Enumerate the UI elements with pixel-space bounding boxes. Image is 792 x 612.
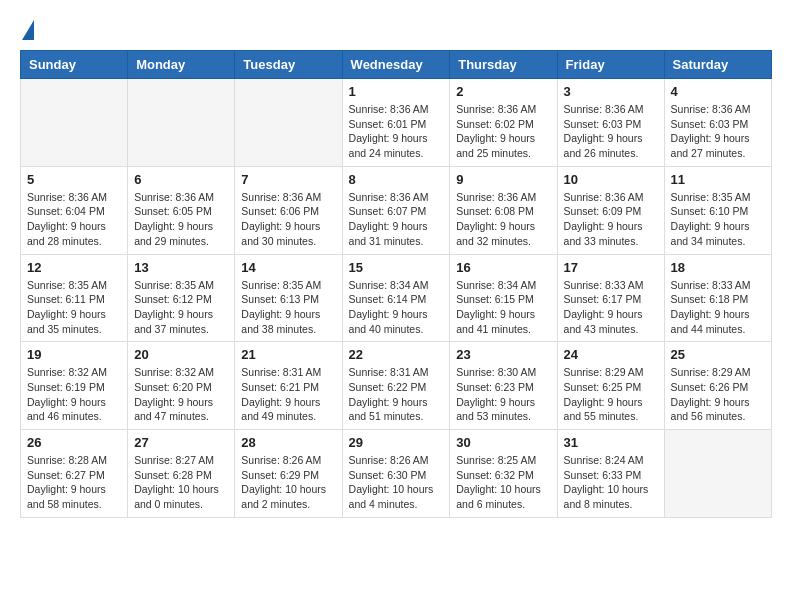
day-info: Sunrise: 8:30 AMSunset: 6:23 PMDaylight:… bbox=[456, 365, 550, 424]
day-info: Sunrise: 8:32 AMSunset: 6:19 PMDaylight:… bbox=[27, 365, 121, 424]
calendar-week-row: 5Sunrise: 8:36 AMSunset: 6:04 PMDaylight… bbox=[21, 166, 772, 254]
logo-triangle-icon bbox=[22, 20, 34, 40]
calendar-cell: 9Sunrise: 8:36 AMSunset: 6:08 PMDaylight… bbox=[450, 166, 557, 254]
day-info: Sunrise: 8:34 AMSunset: 6:15 PMDaylight:… bbox=[456, 278, 550, 337]
day-info: Sunrise: 8:35 AMSunset: 6:12 PMDaylight:… bbox=[134, 278, 228, 337]
calendar-cell bbox=[664, 430, 771, 518]
calendar-cell: 24Sunrise: 8:29 AMSunset: 6:25 PMDayligh… bbox=[557, 342, 664, 430]
calendar-cell: 6Sunrise: 8:36 AMSunset: 6:05 PMDaylight… bbox=[128, 166, 235, 254]
day-number: 10 bbox=[564, 172, 658, 187]
weekday-header-sunday: Sunday bbox=[21, 51, 128, 79]
calendar-cell: 17Sunrise: 8:33 AMSunset: 6:17 PMDayligh… bbox=[557, 254, 664, 342]
calendar-cell: 23Sunrise: 8:30 AMSunset: 6:23 PMDayligh… bbox=[450, 342, 557, 430]
day-number: 7 bbox=[241, 172, 335, 187]
day-info: Sunrise: 8:29 AMSunset: 6:25 PMDaylight:… bbox=[564, 365, 658, 424]
day-info: Sunrise: 8:28 AMSunset: 6:27 PMDaylight:… bbox=[27, 453, 121, 512]
weekday-header-monday: Monday bbox=[128, 51, 235, 79]
calendar-week-row: 26Sunrise: 8:28 AMSunset: 6:27 PMDayligh… bbox=[21, 430, 772, 518]
day-number: 31 bbox=[564, 435, 658, 450]
calendar-cell: 28Sunrise: 8:26 AMSunset: 6:29 PMDayligh… bbox=[235, 430, 342, 518]
calendar-cell: 29Sunrise: 8:26 AMSunset: 6:30 PMDayligh… bbox=[342, 430, 450, 518]
calendar-cell: 31Sunrise: 8:24 AMSunset: 6:33 PMDayligh… bbox=[557, 430, 664, 518]
day-number: 16 bbox=[456, 260, 550, 275]
day-info: Sunrise: 8:33 AMSunset: 6:17 PMDaylight:… bbox=[564, 278, 658, 337]
calendar-cell: 1Sunrise: 8:36 AMSunset: 6:01 PMDaylight… bbox=[342, 79, 450, 167]
day-number: 2 bbox=[456, 84, 550, 99]
day-number: 1 bbox=[349, 84, 444, 99]
day-number: 15 bbox=[349, 260, 444, 275]
day-info: Sunrise: 8:35 AMSunset: 6:13 PMDaylight:… bbox=[241, 278, 335, 337]
day-number: 22 bbox=[349, 347, 444, 362]
day-info: Sunrise: 8:27 AMSunset: 6:28 PMDaylight:… bbox=[134, 453, 228, 512]
day-number: 11 bbox=[671, 172, 765, 187]
calendar-cell: 7Sunrise: 8:36 AMSunset: 6:06 PMDaylight… bbox=[235, 166, 342, 254]
day-info: Sunrise: 8:36 AMSunset: 6:01 PMDaylight:… bbox=[349, 102, 444, 161]
day-number: 26 bbox=[27, 435, 121, 450]
day-number: 23 bbox=[456, 347, 550, 362]
day-number: 6 bbox=[134, 172, 228, 187]
day-number: 24 bbox=[564, 347, 658, 362]
calendar-cell bbox=[21, 79, 128, 167]
day-info: Sunrise: 8:36 AMSunset: 6:04 PMDaylight:… bbox=[27, 190, 121, 249]
calendar-cell: 19Sunrise: 8:32 AMSunset: 6:19 PMDayligh… bbox=[21, 342, 128, 430]
day-number: 19 bbox=[27, 347, 121, 362]
day-number: 30 bbox=[456, 435, 550, 450]
weekday-header-thursday: Thursday bbox=[450, 51, 557, 79]
day-number: 27 bbox=[134, 435, 228, 450]
day-number: 20 bbox=[134, 347, 228, 362]
calendar-cell: 26Sunrise: 8:28 AMSunset: 6:27 PMDayligh… bbox=[21, 430, 128, 518]
day-number: 5 bbox=[27, 172, 121, 187]
day-info: Sunrise: 8:33 AMSunset: 6:18 PMDaylight:… bbox=[671, 278, 765, 337]
day-info: Sunrise: 8:31 AMSunset: 6:22 PMDaylight:… bbox=[349, 365, 444, 424]
calendar-cell: 13Sunrise: 8:35 AMSunset: 6:12 PMDayligh… bbox=[128, 254, 235, 342]
calendar-cell: 21Sunrise: 8:31 AMSunset: 6:21 PMDayligh… bbox=[235, 342, 342, 430]
day-info: Sunrise: 8:36 AMSunset: 6:05 PMDaylight:… bbox=[134, 190, 228, 249]
weekday-header-saturday: Saturday bbox=[664, 51, 771, 79]
day-info: Sunrise: 8:29 AMSunset: 6:26 PMDaylight:… bbox=[671, 365, 765, 424]
calendar-week-row: 12Sunrise: 8:35 AMSunset: 6:11 PMDayligh… bbox=[21, 254, 772, 342]
day-info: Sunrise: 8:34 AMSunset: 6:14 PMDaylight:… bbox=[349, 278, 444, 337]
day-number: 3 bbox=[564, 84, 658, 99]
day-info: Sunrise: 8:36 AMSunset: 6:09 PMDaylight:… bbox=[564, 190, 658, 249]
day-info: Sunrise: 8:36 AMSunset: 6:03 PMDaylight:… bbox=[564, 102, 658, 161]
calendar-cell: 2Sunrise: 8:36 AMSunset: 6:02 PMDaylight… bbox=[450, 79, 557, 167]
day-info: Sunrise: 8:35 AMSunset: 6:10 PMDaylight:… bbox=[671, 190, 765, 249]
day-number: 13 bbox=[134, 260, 228, 275]
calendar-cell: 10Sunrise: 8:36 AMSunset: 6:09 PMDayligh… bbox=[557, 166, 664, 254]
day-info: Sunrise: 8:31 AMSunset: 6:21 PMDaylight:… bbox=[241, 365, 335, 424]
day-number: 21 bbox=[241, 347, 335, 362]
day-number: 25 bbox=[671, 347, 765, 362]
page-header bbox=[20, 20, 772, 40]
calendar-cell: 27Sunrise: 8:27 AMSunset: 6:28 PMDayligh… bbox=[128, 430, 235, 518]
calendar-cell: 4Sunrise: 8:36 AMSunset: 6:03 PMDaylight… bbox=[664, 79, 771, 167]
calendar-cell: 14Sunrise: 8:35 AMSunset: 6:13 PMDayligh… bbox=[235, 254, 342, 342]
day-number: 17 bbox=[564, 260, 658, 275]
day-number: 12 bbox=[27, 260, 121, 275]
calendar-cell: 5Sunrise: 8:36 AMSunset: 6:04 PMDaylight… bbox=[21, 166, 128, 254]
calendar-cell: 20Sunrise: 8:32 AMSunset: 6:20 PMDayligh… bbox=[128, 342, 235, 430]
day-info: Sunrise: 8:35 AMSunset: 6:11 PMDaylight:… bbox=[27, 278, 121, 337]
day-info: Sunrise: 8:24 AMSunset: 6:33 PMDaylight:… bbox=[564, 453, 658, 512]
day-info: Sunrise: 8:26 AMSunset: 6:30 PMDaylight:… bbox=[349, 453, 444, 512]
calendar-week-row: 19Sunrise: 8:32 AMSunset: 6:19 PMDayligh… bbox=[21, 342, 772, 430]
calendar-cell: 16Sunrise: 8:34 AMSunset: 6:15 PMDayligh… bbox=[450, 254, 557, 342]
day-number: 9 bbox=[456, 172, 550, 187]
calendar-cell: 15Sunrise: 8:34 AMSunset: 6:14 PMDayligh… bbox=[342, 254, 450, 342]
weekday-header-wednesday: Wednesday bbox=[342, 51, 450, 79]
day-number: 29 bbox=[349, 435, 444, 450]
calendar-table: SundayMondayTuesdayWednesdayThursdayFrid… bbox=[20, 50, 772, 518]
calendar-cell: 25Sunrise: 8:29 AMSunset: 6:26 PMDayligh… bbox=[664, 342, 771, 430]
day-info: Sunrise: 8:36 AMSunset: 6:07 PMDaylight:… bbox=[349, 190, 444, 249]
weekday-header-friday: Friday bbox=[557, 51, 664, 79]
day-info: Sunrise: 8:25 AMSunset: 6:32 PMDaylight:… bbox=[456, 453, 550, 512]
calendar-cell: 12Sunrise: 8:35 AMSunset: 6:11 PMDayligh… bbox=[21, 254, 128, 342]
calendar-cell bbox=[128, 79, 235, 167]
day-info: Sunrise: 8:36 AMSunset: 6:06 PMDaylight:… bbox=[241, 190, 335, 249]
weekday-header-row: SundayMondayTuesdayWednesdayThursdayFrid… bbox=[21, 51, 772, 79]
calendar-cell: 11Sunrise: 8:35 AMSunset: 6:10 PMDayligh… bbox=[664, 166, 771, 254]
weekday-header-tuesday: Tuesday bbox=[235, 51, 342, 79]
logo bbox=[20, 20, 34, 40]
day-info: Sunrise: 8:36 AMSunset: 6:03 PMDaylight:… bbox=[671, 102, 765, 161]
day-number: 8 bbox=[349, 172, 444, 187]
calendar-week-row: 1Sunrise: 8:36 AMSunset: 6:01 PMDaylight… bbox=[21, 79, 772, 167]
